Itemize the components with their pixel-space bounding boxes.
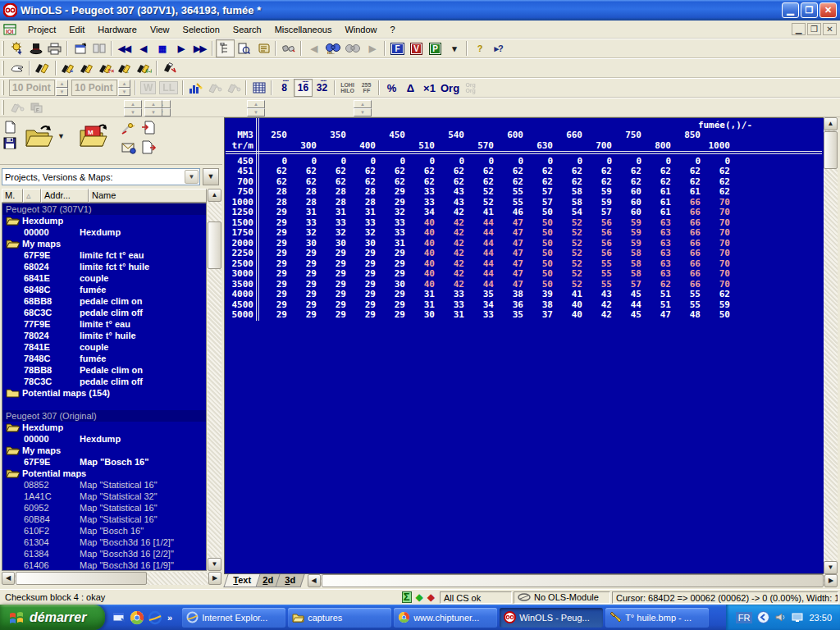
map-cell[interactable]: 62 [677,176,706,187]
map-cell[interactable]: 70 [706,268,736,279]
map-cell[interactable]: 0 [352,156,381,167]
tree-map-item[interactable]: 67F9EMap "Bosch 16" [2,456,206,468]
map-cell[interactable]: 59 [588,186,618,197]
map-cell[interactable]: 62 [559,176,588,187]
map-scrollbar-thumb[interactable] [824,131,838,169]
map-cell[interactable]: 50 [529,238,559,249]
map-cell[interactable]: 36 [500,299,529,310]
map-cell[interactable]: 41 [559,289,588,299]
menu-search[interactable]: Search [226,22,268,37]
map-cell[interactable]: 50 [529,248,559,258]
map-cell[interactable]: 62 [647,166,677,176]
axis-x-stepper[interactable]: ▲▼ [124,100,142,116]
map-cell[interactable]: 29 [381,197,411,208]
map-cell[interactable]: 32 [293,227,322,238]
search-prev-icon[interactable]: ◀ [304,39,323,57]
chrome-quicklaunch-icon[interactable] [130,610,144,625]
map-cell[interactable]: 28 [263,186,293,197]
map-cell[interactable]: 62 [352,176,381,187]
map-cell[interactable]: 52 [559,227,588,238]
project-wizard-icon[interactable] [7,39,26,57]
map-scroll-left-icon[interactable]: ◀ [308,574,321,587]
map-cell[interactable]: 66 [677,217,706,228]
map-cell[interactable]: 56 [588,217,618,228]
map-cell[interactable]: 61 [647,207,677,217]
map-cell[interactable]: 31 [352,207,381,217]
map-cell[interactable]: 31 [381,238,411,249]
tree-folder[interactable]: My maps [2,445,206,456]
tree-map-item[interactable]: 68024limite fct t° huile [2,261,206,272]
context-help-icon[interactable]: ▸? [489,39,508,57]
map-cell[interactable]: 29 [293,299,322,310]
map-clear-icon[interactable] [160,59,179,77]
tree-map-item[interactable]: 60B84Map "Statistical 16" [2,514,206,525]
map-cell[interactable]: 29 [381,309,411,320]
help-icon[interactable]: ? [470,39,489,57]
map-cell[interactable]: 66 [677,248,706,258]
tree-folder[interactable]: My maps [2,238,206,249]
table-view-icon[interactable]: ▦ [153,39,171,57]
map-cell[interactable]: 29 [263,248,293,258]
map-cell[interactable]: 61 [677,186,706,197]
map-cell[interactable]: 44 [470,238,500,249]
dropdown-arrow-icon[interactable]: ▾ [445,39,463,57]
map-cell[interactable]: 66 [677,227,706,238]
tree-horizontal-scrollbar[interactable]: ◀ ▶ [2,572,221,585]
map-cell[interactable]: 29 [352,289,381,299]
tab-3d[interactable]: 3d [275,574,304,587]
map-cell[interactable]: 40 [411,258,441,269]
map-cell[interactable]: 29 [322,299,352,310]
map-cell[interactable]: 63 [647,238,677,249]
map-cell[interactable]: 52 [470,197,500,208]
map-cell[interactable]: 70 [706,238,736,249]
map-cell[interactable]: 42 [441,217,470,228]
percent-button[interactable]: % [382,79,401,97]
map-cell[interactable]: 56 [588,248,618,258]
map-cell[interactable]: 33 [352,217,381,228]
map-cell[interactable]: 59 [618,227,647,238]
map-cell[interactable]: 0 [470,156,500,167]
menu-selection[interactable]: Selection [176,22,226,37]
print-icon[interactable] [45,39,64,57]
map-scroll-up-icon[interactable]: ▲ [824,117,838,130]
nav-fwd-icon[interactable]: ▶ [363,39,381,57]
map-cell[interactable]: 33 [381,217,411,228]
preview-icon[interactable] [235,39,253,57]
menu-edit[interactable]: Edit [62,22,91,37]
map-cell[interactable]: 29 [352,309,381,320]
tree-folder[interactable]: Hexdump [2,422,206,433]
chart-wand-icon[interactable] [186,79,205,97]
map-cell[interactable]: 29 [263,279,293,290]
ll-curve-icon[interactable]: LL [158,79,180,97]
grid-icon[interactable] [249,79,268,97]
map-cell[interactable]: 58 [559,186,588,197]
properties-icon[interactable]: P [426,39,445,57]
tree-vertical-scrollbar[interactable]: ▲ ▼ [208,189,221,571]
map-cell[interactable]: 44 [470,248,500,258]
map-cell[interactable]: 29 [263,309,293,320]
map-cell[interactable]: 48 [677,309,706,320]
tab-text[interactable]: Text [223,574,260,587]
map-cell[interactable]: 62 [263,166,293,176]
bit-32-button[interactable]: 32 [313,79,331,97]
map-cell[interactable]: 29 [293,279,322,290]
map-cell[interactable]: 40 [411,248,441,258]
map-cell[interactable]: 55 [588,268,618,279]
value-stepper[interactable]: ▲▼ [247,100,265,116]
tree-map-item[interactable]: 78024limite t° huile [2,330,206,341]
map-cell[interactable]: 55 [500,186,529,197]
map-cell[interactable]: 44 [470,258,500,269]
map-cell[interactable]: 50 [529,258,559,269]
map-cell[interactable]: 29 [352,258,381,269]
map-cell[interactable]: 28 [293,197,322,208]
map-cell[interactable]: 62 [706,186,736,197]
map-cell[interactable]: 62 [441,176,470,187]
tree-scroll-right-icon[interactable]: ▶ [208,572,221,585]
tree-folder[interactable]: Potential maps [2,468,206,479]
tree-options-button[interactable]: ▼ [203,168,219,185]
menu-window[interactable]: Window [338,22,383,37]
combobox-arrow-icon[interactable]: ▼ [185,170,199,184]
map-cell[interactable]: 28 [293,186,322,197]
map-cell[interactable]: 62 [352,166,381,176]
map-cell[interactable]: 31 [322,207,352,217]
